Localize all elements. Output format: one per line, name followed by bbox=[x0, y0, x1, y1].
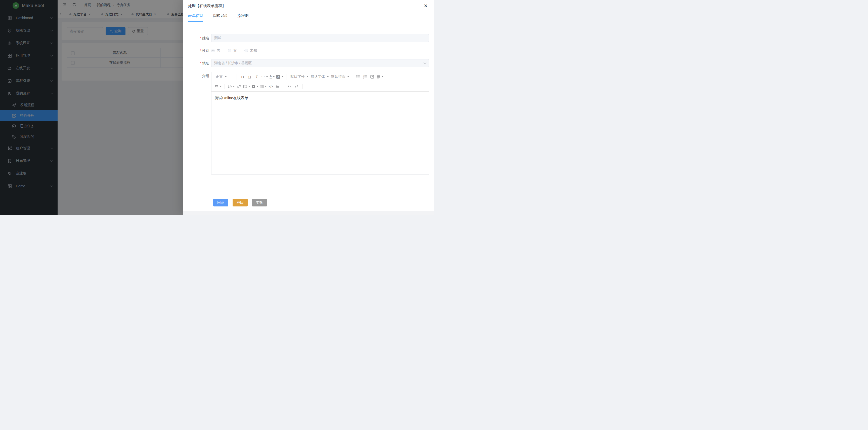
form-row-address: 地址 湖南省 / 长沙市 / 岳麓区 bbox=[188, 59, 429, 67]
toolbar-divider bbox=[237, 74, 237, 80]
form-row-intro: 介绍 正文 “ B U I ··· A A 默认字号 默认字体 bbox=[188, 72, 429, 175]
drawer-bottom-strip bbox=[183, 211, 434, 215]
caret-down-icon bbox=[347, 76, 349, 77]
caret-down-icon bbox=[265, 86, 267, 87]
caret-down-icon bbox=[307, 76, 308, 77]
delegate-button[interactable]: 委托 bbox=[252, 199, 267, 206]
redo-icon[interactable] bbox=[293, 83, 300, 90]
todo-list-icon[interactable] bbox=[369, 74, 376, 80]
video-dropdown[interactable] bbox=[251, 83, 259, 90]
address-value: 湖南省 / 长沙市 / 岳麓区 bbox=[214, 61, 252, 65]
tab-flow-chart[interactable]: 流程图 bbox=[237, 13, 249, 22]
close-icon[interactable]: × bbox=[424, 3, 428, 8]
image-dropdown[interactable] bbox=[242, 83, 251, 90]
caret-down-icon bbox=[248, 86, 250, 87]
font-family-dropdown[interactable]: 默认字体 bbox=[309, 74, 330, 80]
chevron-down-icon bbox=[424, 61, 426, 64]
radio-male[interactable]: 男 bbox=[211, 48, 220, 53]
line-height-dropdown[interactable]: 默认行高 bbox=[330, 74, 350, 80]
editor-content[interactable]: 测试Online在线表单 bbox=[212, 92, 429, 174]
address-cascader[interactable]: 湖南省 / 长沙市 / 岳麓区 bbox=[211, 59, 429, 67]
bold-button[interactable]: B bbox=[239, 74, 246, 80]
process-drawer: 处理【在线表单流程】 × 表单信息 流转记录 流程图 姓名 性别 男 女 未知 bbox=[183, 0, 434, 215]
rich-text-editor: 正文 “ B U I ··· A A 默认字号 默认字体 默认行高 bbox=[211, 72, 429, 175]
form-row-gender: 性别 男 女 未知 bbox=[188, 47, 429, 55]
caret-down-icon bbox=[382, 76, 383, 77]
name-label: 姓名 bbox=[188, 34, 211, 42]
gender-radio-group: 男 女 未知 bbox=[211, 47, 429, 55]
toolbar-divider bbox=[224, 84, 225, 89]
emoji-dropdown[interactable] bbox=[227, 83, 235, 90]
approve-button[interactable]: 同意 bbox=[213, 199, 228, 206]
radio-unknown[interactable]: 未知 bbox=[244, 48, 257, 53]
more-styles-dropdown[interactable]: ··· bbox=[260, 74, 269, 80]
radio-dot-icon bbox=[244, 49, 248, 52]
caret-down-icon bbox=[266, 76, 268, 77]
bg-color-dropdown[interactable]: A bbox=[276, 74, 284, 80]
font-color-dropdown[interactable]: A bbox=[269, 74, 276, 80]
gender-label: 性别 bbox=[188, 47, 211, 55]
ordered-list-icon[interactable]: 123 bbox=[362, 74, 369, 80]
link-icon[interactable] bbox=[235, 83, 242, 90]
address-label: 地址 bbox=[188, 59, 211, 67]
undo-icon[interactable] bbox=[286, 83, 293, 90]
radio-dot-icon bbox=[228, 49, 231, 52]
caret-down-icon bbox=[282, 76, 283, 77]
editor-toolbar-row1: 正文 “ B U I ··· A A 默认字号 默认字体 默认行高 bbox=[212, 72, 429, 82]
paragraph-style-dropdown[interactable]: 正文 bbox=[214, 74, 227, 80]
caret-down-icon bbox=[225, 76, 226, 77]
caret-down-icon bbox=[327, 76, 329, 77]
code-block-icon[interactable]: </> bbox=[267, 83, 274, 90]
fullscreen-icon[interactable] bbox=[305, 83, 312, 90]
divider-hr-icon[interactable] bbox=[274, 83, 281, 90]
table-dropdown[interactable] bbox=[259, 83, 267, 90]
caret-down-icon bbox=[233, 86, 235, 87]
app-root: Maku Boot Dashboard 权限管理 系统设置 应用管理 bbox=[0, 0, 434, 215]
caret-down-icon bbox=[273, 76, 275, 77]
radio-female[interactable]: 女 bbox=[228, 48, 237, 53]
blockquote-icon[interactable]: “ bbox=[227, 74, 234, 80]
name-field[interactable] bbox=[211, 34, 429, 42]
italic-button[interactable]: I bbox=[253, 74, 260, 80]
tab-form-info[interactable]: 表单信息 bbox=[188, 13, 203, 22]
underline-button[interactable]: U bbox=[246, 74, 253, 80]
caret-down-icon bbox=[220, 86, 221, 87]
drawer-header: 处理【在线表单流程】 × bbox=[183, 0, 434, 10]
drawer-tabs: 表单信息 流转记录 流程图 bbox=[188, 13, 429, 22]
svg-text:3: 3 bbox=[363, 77, 364, 79]
reject-button[interactable]: 驳回 bbox=[232, 199, 248, 206]
radio-dot-icon bbox=[211, 49, 215, 52]
toolbar-divider bbox=[286, 74, 286, 80]
form-row-name: 姓名 bbox=[188, 34, 429, 42]
drawer-title: 处理【在线表单流程】 bbox=[188, 3, 226, 8]
bullet-list-icon[interactable] bbox=[354, 74, 362, 80]
intro-label: 介绍 bbox=[188, 72, 211, 80]
indent-dropdown[interactable] bbox=[214, 83, 222, 90]
tab-flow-record[interactable]: 流转记录 bbox=[213, 13, 228, 22]
drawer-body: 姓名 性别 男 女 未知 地址 湖南省 / 长沙市 / 岳麓区 bbox=[183, 22, 434, 206]
align-dropdown[interactable] bbox=[376, 74, 384, 80]
drawer-actions: 同意 驳回 委托 bbox=[213, 199, 429, 206]
font-size-dropdown[interactable]: 默认字号 bbox=[289, 74, 309, 80]
caret-down-icon bbox=[257, 86, 258, 87]
editor-toolbar-row2: </> bbox=[212, 82, 429, 92]
